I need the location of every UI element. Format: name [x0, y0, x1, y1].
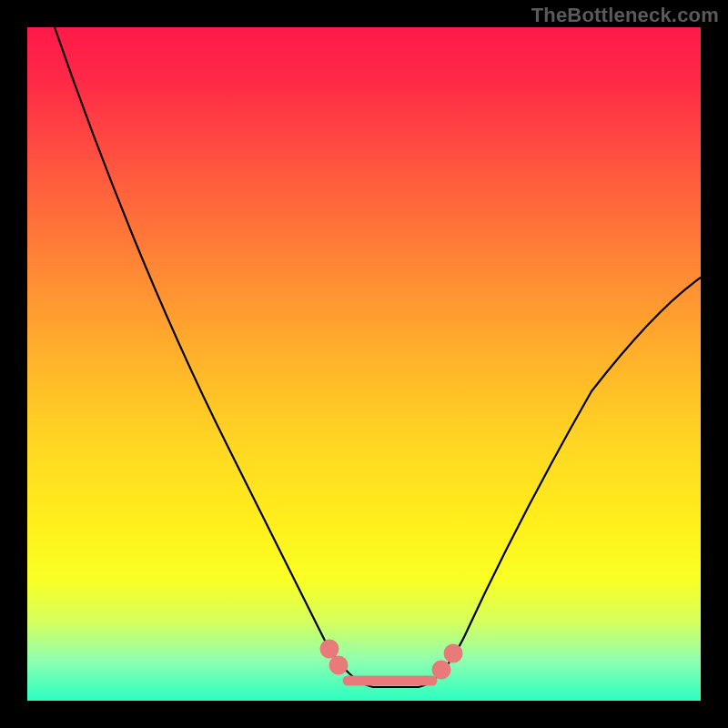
svg-point-3 — [448, 648, 459, 659]
watermark-text: TheBottleneck.com — [531, 4, 719, 27]
highlight-segment — [324, 643, 459, 681]
svg-point-2 — [436, 664, 447, 675]
curve-svg — [27, 27, 701, 701]
svg-point-1 — [333, 660, 344, 671]
chart-frame: TheBottleneck.com — [0, 0, 728, 728]
plot-area — [27, 27, 701, 701]
bottleneck-curve-line — [55, 27, 701, 687]
svg-point-0 — [324, 643, 335, 654]
